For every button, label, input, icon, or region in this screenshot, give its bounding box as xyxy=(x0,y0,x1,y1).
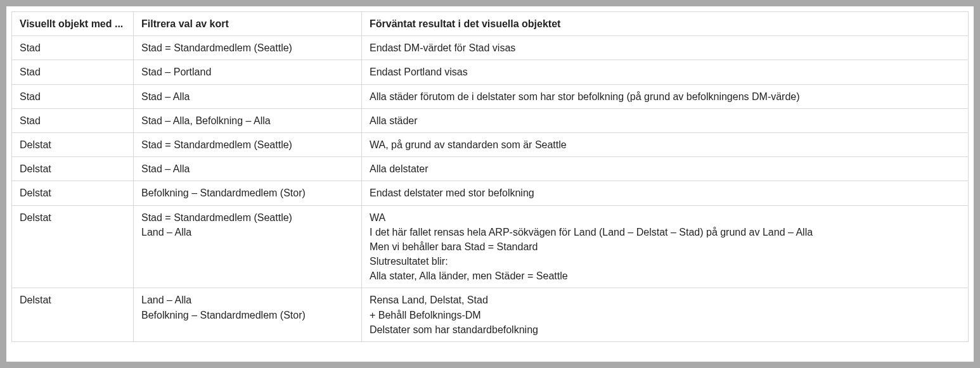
data-table: Visuellt objekt med ... Filtrera val av … xyxy=(11,11,969,342)
cell-visual: Delstat xyxy=(12,205,134,288)
cell-filter-line: Stad – Alla xyxy=(141,89,354,104)
cell-filter-line: Stad = Standardmedlem (Seattle) xyxy=(141,41,354,55)
cell-result: Endast delstater med stor befolkning xyxy=(362,181,969,205)
cell-result: Alla städer förutom de i delstater som h… xyxy=(362,84,969,108)
cell-filter: Stad – Alla xyxy=(134,84,362,108)
table-row: DelstatStad = Standardmedlem (Seattle)WA… xyxy=(12,132,969,156)
col-header-result: Förväntat resultat i det visuella objekt… xyxy=(362,12,969,36)
cell-filter-line: Stad – Portland xyxy=(141,65,354,79)
cell-result: Rensa Land, Delstat, Stad+ Behåll Befolk… xyxy=(362,288,969,342)
cell-result: WA, på grund av standarden som är Seattl… xyxy=(362,132,969,156)
col-header-visual: Visuellt objekt med ... xyxy=(12,12,134,36)
table-row: StadStad = Standardmedlem (Seattle)Endas… xyxy=(12,36,969,60)
cell-visual: Delstat xyxy=(12,132,134,156)
cell-filter-line: Stad – Alla, Befolkning – Alla xyxy=(141,113,354,128)
window-frame: Visuellt objekt med ... Filtrera val av … xyxy=(0,0,980,368)
cell-filter: Befolkning – Standardmedlem (Stor) xyxy=(134,181,362,205)
page-content: Visuellt objekt med ... Filtrera val av … xyxy=(6,6,974,362)
table-header-row: Visuellt objekt med ... Filtrera val av … xyxy=(12,12,969,36)
cell-filter-line: Land – Alla xyxy=(141,225,354,239)
cell-visual: Delstat xyxy=(12,181,134,205)
cell-filter-line: Stad = Standardmedlem (Seattle) xyxy=(141,210,354,225)
table-row: StadStad – AllaAlla städer förutom de i … xyxy=(12,84,969,108)
table-row: DelstatLand – AllaBefolkning – Standardm… xyxy=(12,288,969,342)
cell-result-line: Delstater som har standardbefolkning xyxy=(370,322,960,337)
cell-result-line: Slutresultatet blir: xyxy=(370,254,960,269)
cell-result: Alla städer xyxy=(362,108,969,132)
cell-filter-line: Land – Alla xyxy=(141,293,354,307)
cell-result-line: Endast delstater med stor befolkning xyxy=(370,186,960,200)
cell-filter: Stad – Alla, Befolkning – Alla xyxy=(134,108,362,132)
cell-filter: Stad = Standardmedlem (Seattle)Land – Al… xyxy=(134,205,362,288)
table-row: DelstatStad – AllaAlla delstater xyxy=(12,157,969,181)
cell-result-line: + Behåll Befolknings-DM xyxy=(370,308,960,322)
table-row: StadStad – PortlandEndast Portland visas xyxy=(12,60,969,84)
cell-filter-line: Stad = Standardmedlem (Seattle) xyxy=(141,137,354,152)
cell-filter-line: Befolkning – Standardmedlem (Stor) xyxy=(141,308,354,322)
cell-filter: Stad = Standardmedlem (Seattle) xyxy=(134,36,362,60)
cell-visual: Delstat xyxy=(12,288,134,342)
cell-visual: Stad xyxy=(12,108,134,132)
cell-result-line: Alla städer xyxy=(370,113,960,128)
cell-filter-line: Stad – Alla xyxy=(141,162,354,176)
cell-filter: Stad – Portland xyxy=(134,60,362,84)
cell-filter: Land – AllaBefolkning – Standardmedlem (… xyxy=(134,288,362,342)
cell-result: WAI det här fallet rensas hela ARP-sökvä… xyxy=(362,205,969,288)
cell-result-line: WA, på grund av standarden som är Seattl… xyxy=(370,137,960,152)
cell-result: Endast DM-värdet för Stad visas xyxy=(362,36,969,60)
cell-visual: Stad xyxy=(12,84,134,108)
cell-visual: Stad xyxy=(12,36,134,60)
cell-result-line: I det här fallet rensas hela ARP-sökväge… xyxy=(370,225,960,239)
table-row: DelstatBefolkning – Standardmedlem (Stor… xyxy=(12,181,969,205)
cell-result-line: Endast DM-värdet för Stad visas xyxy=(370,41,960,55)
cell-result-line: Alla delstater xyxy=(370,162,960,176)
cell-result-line: WA xyxy=(370,210,960,225)
cell-visual: Delstat xyxy=(12,157,134,181)
cell-result-line: Endast Portland visas xyxy=(370,65,960,79)
cell-filter-line: Befolkning – Standardmedlem (Stor) xyxy=(141,186,354,200)
cell-result-line: Rensa Land, Delstat, Stad xyxy=(370,293,960,307)
cell-result: Alla delstater xyxy=(362,157,969,181)
table-row: StadStad – Alla, Befolkning – AllaAlla s… xyxy=(12,108,969,132)
cell-filter: Stad = Standardmedlem (Seattle) xyxy=(134,132,362,156)
cell-visual: Stad xyxy=(12,60,134,84)
cell-result-line: Men vi behåller bara Stad = Standard xyxy=(370,239,960,254)
cell-filter: Stad – Alla xyxy=(134,157,362,181)
cell-result-line: Alla stater, Alla länder, men Städer = S… xyxy=(370,269,960,283)
cell-result-line: Alla städer förutom de i delstater som h… xyxy=(370,89,960,104)
cell-result: Endast Portland visas xyxy=(362,60,969,84)
table-row: DelstatStad = Standardmedlem (Seattle)La… xyxy=(12,205,969,288)
col-header-filter: Filtrera val av kort xyxy=(134,12,362,36)
